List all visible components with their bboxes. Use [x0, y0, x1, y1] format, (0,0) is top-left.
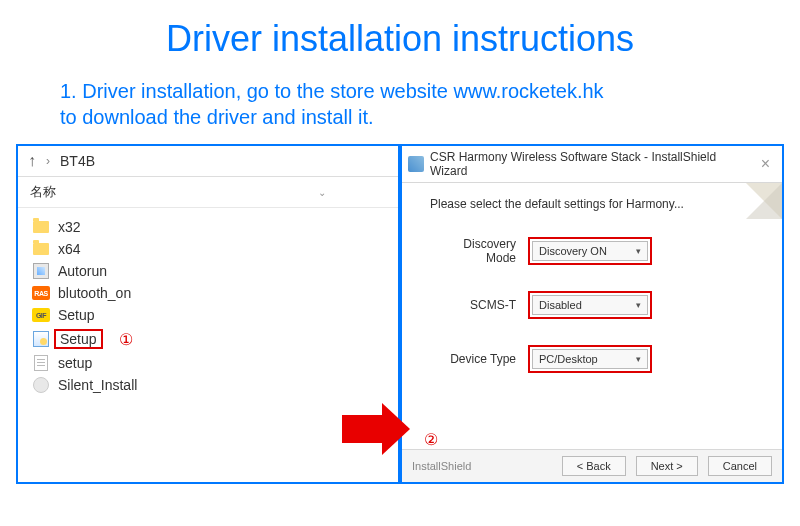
- dialog-prompt: Please select the default settings for H…: [430, 197, 754, 211]
- file-label: Silent_Install: [58, 377, 137, 393]
- file-label: Setup: [60, 331, 97, 347]
- up-arrow-icon[interactable]: ↑: [28, 152, 36, 170]
- chevron-down-icon: ▾: [636, 300, 641, 310]
- ini-icon: [32, 355, 50, 371]
- folder-icon: [32, 219, 50, 235]
- step-2-marker-icon: ②: [424, 430, 438, 449]
- file-item-bluetooth-on[interactable]: RAS blutooth_on: [30, 282, 386, 304]
- panels-container: ↑ › BT4B 名称 ⌄ x32 x64 Autorun RAS blutoo: [0, 130, 800, 500]
- sort-caret-icon: ⌄: [318, 187, 326, 198]
- form-row-device-type: Device Type PC/Desktop ▾: [430, 345, 754, 373]
- exe-icon: [32, 263, 50, 279]
- next-button[interactable]: Next >: [636, 456, 698, 476]
- discovery-mode-dropdown[interactable]: Discovery ON ▾: [532, 241, 648, 261]
- instruction-text: 1. Driver installation, go to the store …: [0, 60, 800, 130]
- file-label: x64: [58, 241, 81, 257]
- file-item-setup-gif[interactable]: GIF Setup: [30, 304, 386, 326]
- file-item-autorun[interactable]: Autorun: [30, 260, 386, 282]
- field-label: SCMS-T: [430, 298, 528, 312]
- dropdown-value: Discovery ON: [539, 245, 607, 257]
- form-row-scms-t: SCMS-T Disabled ▾: [430, 291, 754, 319]
- file-item-setup-ini[interactable]: setup: [30, 352, 386, 374]
- file-label: x32: [58, 219, 81, 235]
- gif-icon: GIF: [32, 307, 50, 323]
- close-icon[interactable]: ×: [755, 155, 776, 173]
- device-type-dropdown[interactable]: PC/Desktop ▾: [532, 349, 648, 369]
- ras-icon: RAS: [32, 285, 50, 301]
- installer-icon: [32, 331, 50, 347]
- highlight-box: Setup: [54, 329, 103, 349]
- page-title: Driver installation instructions: [0, 0, 800, 60]
- form-row-discovery-mode: Discovery Mode Discovery ON ▾: [430, 237, 754, 265]
- cog-icon: [32, 377, 50, 393]
- file-item-silent-install[interactable]: Silent_Install: [30, 374, 386, 396]
- breadcrumb-folder[interactable]: BT4B: [60, 153, 95, 169]
- dialog-buttons: < Back Next > Cancel: [562, 456, 772, 476]
- dialog-footer: InstallShield < Back Next > Cancel: [402, 449, 782, 482]
- footer-brand: InstallShield: [412, 460, 471, 472]
- back-button[interactable]: < Back: [562, 456, 626, 476]
- dropdown-value: Disabled: [539, 299, 582, 311]
- highlight-box: Discovery ON ▾: [528, 237, 652, 265]
- file-label: blutooth_on: [58, 285, 131, 301]
- highlight-box: Disabled ▾: [528, 291, 652, 319]
- field-label: Discovery Mode: [430, 237, 528, 265]
- highlight-box: PC/Desktop ▾: [528, 345, 652, 373]
- folder-icon: [32, 241, 50, 257]
- explorer-toolbar: ↑ › BT4B: [18, 146, 398, 177]
- right-arrow-icon: [342, 415, 382, 443]
- file-item-setup-installer[interactable]: Setup ①: [30, 326, 386, 352]
- scms-t-dropdown[interactable]: Disabled ▾: [532, 295, 648, 315]
- chevron-down-icon: ▾: [636, 246, 641, 256]
- column-header[interactable]: 名称 ⌄: [18, 177, 398, 208]
- file-label: Autorun: [58, 263, 107, 279]
- field-label: Device Type: [430, 352, 528, 366]
- dialog-body: Please select the default settings for H…: [402, 183, 782, 463]
- file-label: setup: [58, 355, 92, 371]
- dialog-title: CSR Harmony Wireless Software Stack - In…: [430, 150, 749, 178]
- file-list: x32 x64 Autorun RAS blutooth_on GIF Setu…: [18, 208, 398, 404]
- dropdown-value: PC/Desktop: [539, 353, 598, 365]
- file-label: Setup: [58, 307, 95, 323]
- file-item-folder[interactable]: x64: [30, 238, 386, 260]
- step-1-marker-icon: ①: [119, 330, 133, 349]
- dialog-titlebar: CSR Harmony Wireless Software Stack - In…: [402, 146, 782, 183]
- page-curl-decoration-icon: [746, 183, 782, 219]
- installer-dialog: CSR Harmony Wireless Software Stack - In…: [400, 144, 784, 484]
- chevron-down-icon: ▾: [636, 354, 641, 364]
- installer-app-icon: [408, 156, 424, 172]
- cancel-button[interactable]: Cancel: [708, 456, 772, 476]
- file-item-folder[interactable]: x32: [30, 216, 386, 238]
- column-header-label: 名称: [30, 183, 56, 201]
- breadcrumb-separator-icon: ›: [46, 154, 50, 168]
